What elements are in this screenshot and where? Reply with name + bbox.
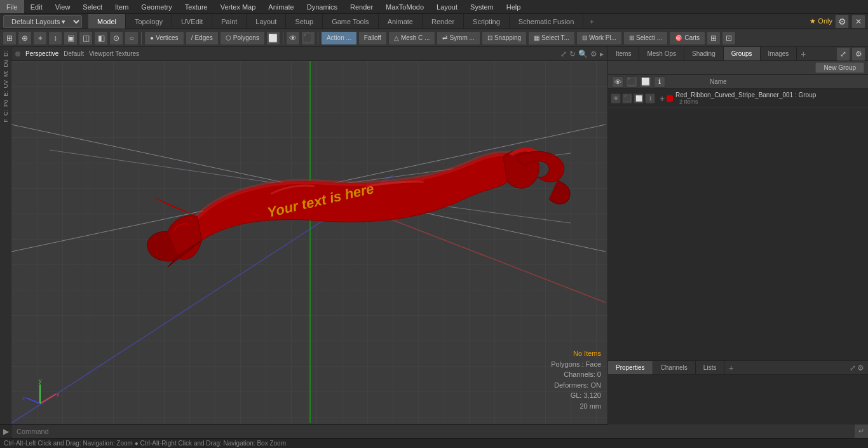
menu-geometry[interactable]: Geometry [135, 0, 178, 13]
viewport[interactable]: Perspective Default Viewport Textures ⤢ … [11, 47, 607, 424]
menu-edit[interactable]: Edit [24, 0, 49, 13]
toggle-btn-1[interactable]: ⊞ [3, 31, 17, 45]
group-expand-plus[interactable]: + [658, 94, 667, 103]
tab-lists[interactable]: Lists [696, 361, 725, 374]
sidebar-letter-e[interactable]: E: [2, 90, 10, 98]
group-box-icon[interactable]: ⬜ [634, 93, 644, 104]
selecti-btn[interactable]: ⊞ Selecti ... [623, 31, 668, 45]
falloff-btn[interactable]: Falloff [358, 31, 387, 45]
toggle-btn-2[interactable]: ⊕ [18, 31, 32, 45]
viewport-rotate-icon[interactable]: ↻ [569, 50, 576, 58]
work-pl-btn[interactable]: ⊟ Work Pl... [576, 31, 622, 45]
new-group-btn[interactable]: New Group [815, 62, 864, 73]
sidebar-letter-d[interactable]: D: [2, 50, 10, 58]
panel-tab-plus[interactable]: + [797, 48, 810, 60]
tab-scripting[interactable]: Scripting [464, 14, 510, 29]
menu-file[interactable]: File [0, 0, 24, 13]
tab-shading[interactable]: Shading [684, 47, 724, 60]
tab-render[interactable]: Render [423, 14, 464, 29]
menu-item[interactable]: Item [109, 0, 135, 13]
toggle-btn-9[interactable]: ○ [125, 31, 139, 45]
shape-toggle-btn[interactable]: ⬜ [266, 31, 280, 45]
menu-texture[interactable]: Texture [179, 0, 214, 13]
cube-btn[interactable]: ⬛ [301, 31, 315, 45]
menu-help[interactable]: Help [500, 0, 527, 13]
action-btn[interactable]: Action ... [321, 31, 357, 45]
command-enter-btn[interactable]: ↵ [854, 424, 868, 438]
sidebar-letter-f[interactable]: F [2, 118, 10, 124]
tab-topology[interactable]: Topology [126, 14, 172, 29]
polygons-btn[interactable]: ⬡ Polygons [220, 31, 265, 45]
tab-groups[interactable]: Groups [724, 47, 761, 60]
panel-expand-btn[interactable]: ⤢ [836, 47, 850, 61]
toggle-btn-8[interactable]: ⊙ [109, 31, 123, 45]
panel-settings-btn[interactable]: ⚙ [851, 47, 865, 61]
tab-setup[interactable]: Setup [286, 14, 323, 29]
edges-btn[interactable]: / Edges [186, 31, 219, 45]
group-eye-icon[interactable]: 👁 [611, 93, 621, 104]
star-only-label[interactable]: ★ Only [810, 17, 832, 25]
sidebar-letter-po[interactable]: Po [2, 98, 10, 108]
tab-items[interactable]: Items [608, 47, 639, 60]
tab-schematic-fusion[interactable]: Schematic Fusion [510, 14, 583, 29]
viewport-textures-label[interactable]: Viewport Textures [89, 50, 139, 57]
menu-layout[interactable]: Layout [430, 0, 464, 13]
viewport-gear-icon[interactable]: ⚙ [590, 50, 597, 58]
group-info-icon[interactable]: ℹ [645, 93, 655, 104]
select-t-btn[interactable]: ▦ Select T... [528, 31, 575, 45]
viewport-more-icon[interactable]: ▸ [600, 50, 604, 58]
tab-uvedit[interactable]: UVEdit [172, 14, 212, 29]
sidebar-letter-uv[interactable]: UV [2, 79, 10, 90]
prop-expand-icon[interactable]: ⤢ [850, 363, 856, 372]
tab-model[interactable]: Model [88, 14, 126, 29]
vertices-btn[interactable]: ● Vertices [144, 31, 184, 45]
menu-view[interactable]: View [49, 0, 77, 13]
group-render-btn[interactable]: ⬛ [626, 76, 637, 88]
group-row-0[interactable]: 👁 ⬛ ⬜ ℹ + Red_Ribbon_Curved_Stripe_Banne… [608, 89, 868, 108]
menu-maxtomodo[interactable]: MaxToModo [379, 0, 430, 13]
tab-mesh-ops[interactable]: Mesh Ops [639, 47, 684, 60]
menu-system[interactable]: System [464, 0, 500, 13]
group-list[interactable]: 👁 ⬛ ⬜ ℹ + Red_Ribbon_Curved_Stripe_Banne… [608, 89, 868, 360]
tab-images[interactable]: Images [761, 47, 797, 60]
toggle-btn-5[interactable]: ▣ [64, 31, 78, 45]
snapping-btn[interactable]: ⊡ Snapping [482, 31, 527, 45]
prop-gear-icon[interactable]: ⚙ [857, 363, 864, 372]
perspective-label[interactable]: Perspective [25, 50, 58, 57]
carts-btn[interactable]: 🎯 Carts [669, 31, 705, 45]
layout-close-btn[interactable]: ✕ [851, 15, 865, 29]
layout-dropdown[interactable]: Default Layouts ▾ [3, 15, 82, 28]
menu-dynamics[interactable]: Dynamics [301, 0, 344, 13]
tab-properties[interactable]: Properties [608, 361, 653, 374]
viewport-expand-icon[interactable]: ⤢ [560, 50, 567, 58]
viewport-zoom-icon[interactable]: 🔍 [578, 50, 588, 58]
viewport-canvas[interactable]: Your text is here [11, 61, 607, 424]
mesh-c-btn[interactable]: △ Mesh C ... [388, 31, 436, 45]
layout-settings-btn[interactable]: ⚙ [835, 15, 849, 29]
toggle-btn-7[interactable]: ◧ [94, 31, 108, 45]
sidebar-letter-du[interactable]: Du [2, 58, 10, 69]
tab-paint[interactable]: Paint [212, 14, 247, 29]
eye-btn[interactable]: 👁 [286, 31, 300, 45]
sidebar-letter-m[interactable]: M: [2, 69, 10, 78]
tab-channels[interactable]: Channels [653, 361, 696, 374]
toggle-btn-3[interactable]: ⌖ [33, 31, 47, 45]
toggle-btn-4[interactable]: ↕ [48, 31, 62, 45]
sidebar-letter-c[interactable]: C: [2, 109, 10, 117]
group-lock-btn[interactable]: ⬜ [640, 76, 651, 88]
grid-expand-btn[interactable]: ⊞ [707, 31, 721, 45]
group-render-icon[interactable]: ⬛ [622, 93, 632, 104]
tab-layout[interactable]: Layout [247, 14, 286, 29]
command-input[interactable] [13, 424, 854, 438]
group-info-btn[interactable]: ℹ [654, 76, 665, 88]
menu-animate[interactable]: Animate [262, 0, 300, 13]
fullscreen-btn[interactable]: ⊡ [722, 31, 736, 45]
symm-btn[interactable]: ⇌ Symm ... [437, 31, 480, 45]
tab-animate[interactable]: Animate [379, 14, 423, 29]
tab-game-tools[interactable]: Game Tools [323, 14, 379, 29]
default-label[interactable]: Default [64, 50, 84, 57]
menu-select[interactable]: Select [76, 0, 109, 13]
command-arrow[interactable]: ▶ [0, 424, 13, 438]
menu-vertex-map[interactable]: Vertex Map [214, 0, 262, 13]
menu-render[interactable]: Render [344, 0, 379, 13]
